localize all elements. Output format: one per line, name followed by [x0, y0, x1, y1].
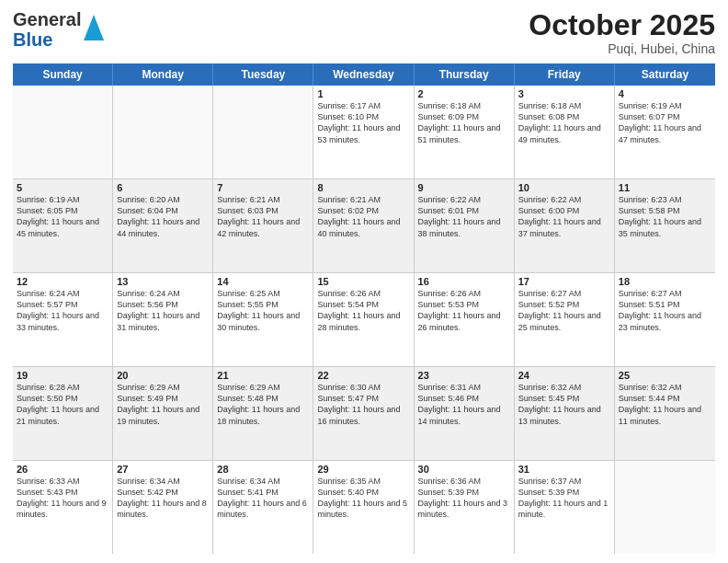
cell-info: Sunrise: 6:18 AMSunset: 6:09 PMDaylight:…	[418, 100, 510, 145]
logo-blue: Blue	[13, 29, 81, 50]
calendar-cell	[615, 461, 715, 554]
calendar-week-3: 12Sunrise: 6:24 AMSunset: 5:57 PMDayligh…	[13, 273, 715, 367]
calendar-cell: 26Sunrise: 6:33 AMSunset: 5:43 PMDayligh…	[13, 461, 113, 554]
calendar-week-1: 1Sunrise: 6:17 AMSunset: 6:10 PMDaylight…	[13, 86, 715, 179]
day-number: 22	[317, 370, 409, 381]
calendar-cell: 13Sunrise: 6:24 AMSunset: 5:56 PMDayligh…	[113, 273, 213, 366]
day-number: 18	[619, 276, 711, 287]
calendar-week-2: 5Sunrise: 6:19 AMSunset: 6:05 PMDaylight…	[13, 179, 715, 273]
day-number: 11	[619, 182, 711, 193]
cell-info: Sunrise: 6:29 AMSunset: 5:49 PMDaylight:…	[117, 382, 209, 427]
calendar-body: 1Sunrise: 6:17 AMSunset: 6:10 PMDaylight…	[13, 86, 715, 554]
calendar-cell: 30Sunrise: 6:36 AMSunset: 5:39 PMDayligh…	[415, 461, 515, 554]
day-number: 23	[418, 370, 510, 381]
cell-info: Sunrise: 6:26 AMSunset: 5:53 PMDaylight:…	[418, 288, 510, 333]
cell-info: Sunrise: 6:18 AMSunset: 6:08 PMDaylight:…	[518, 100, 610, 145]
day-number: 24	[518, 370, 610, 381]
day-number: 6	[117, 182, 209, 193]
day-number: 7	[217, 182, 309, 193]
calendar-cell	[13, 86, 113, 178]
day-number: 8	[317, 182, 409, 193]
calendar-cell: 1Sunrise: 6:17 AMSunset: 6:10 PMDaylight…	[313, 86, 414, 178]
calendar-cell: 22Sunrise: 6:30 AMSunset: 5:47 PMDayligh…	[313, 367, 414, 460]
calendar-cell: 15Sunrise: 6:26 AMSunset: 5:54 PMDayligh…	[313, 273, 414, 366]
calendar-cell: 14Sunrise: 6:25 AMSunset: 5:55 PMDayligh…	[213, 273, 313, 366]
day-number: 1	[317, 88, 409, 99]
calendar: SundayMondayTuesdayWednesdayThursdayFrid…	[13, 63, 715, 554]
cell-info: Sunrise: 6:25 AMSunset: 5:55 PMDaylight:…	[217, 288, 309, 333]
day-number: 5	[17, 182, 108, 193]
header-day-tuesday: Tuesday	[213, 63, 313, 86]
calendar-header-row: SundayMondayTuesdayWednesdayThursdayFrid…	[13, 63, 715, 86]
calendar-cell: 6Sunrise: 6:20 AMSunset: 6:04 PMDaylight…	[113, 179, 213, 272]
cell-info: Sunrise: 6:19 AMSunset: 6:05 PMDaylight:…	[17, 194, 108, 239]
month-title: October 2025	[529, 9, 715, 41]
cell-info: Sunrise: 6:34 AMSunset: 5:41 PMDaylight:…	[217, 476, 309, 521]
day-number: 4	[619, 88, 711, 99]
calendar-cell: 2Sunrise: 6:18 AMSunset: 6:09 PMDaylight…	[415, 86, 515, 178]
cell-info: Sunrise: 6:24 AMSunset: 5:57 PMDaylight:…	[17, 288, 108, 333]
cell-info: Sunrise: 6:20 AMSunset: 6:04 PMDaylight:…	[117, 194, 209, 239]
cell-info: Sunrise: 6:22 AMSunset: 6:00 PMDaylight:…	[518, 194, 610, 239]
day-number: 29	[317, 464, 409, 475]
title-block: October 2025 Puqi, Hubei, China	[529, 9, 715, 56]
calendar-cell: 5Sunrise: 6:19 AMSunset: 6:05 PMDaylight…	[13, 179, 113, 272]
day-number: 31	[518, 464, 610, 475]
day-number: 28	[217, 464, 309, 475]
header: General Blue October 2025 Puqi, Hubei, C…	[13, 9, 715, 56]
calendar-cell	[213, 86, 313, 178]
day-number: 14	[217, 276, 309, 287]
cell-info: Sunrise: 6:21 AMSunset: 6:02 PMDaylight:…	[317, 194, 409, 239]
page-container: General Blue October 2025 Puqi, Hubei, C…	[0, 0, 728, 563]
day-number: 16	[418, 276, 510, 287]
calendar-cell: 10Sunrise: 6:22 AMSunset: 6:00 PMDayligh…	[515, 179, 615, 272]
calendar-cell: 16Sunrise: 6:26 AMSunset: 5:53 PMDayligh…	[415, 273, 515, 366]
calendar-cell: 31Sunrise: 6:37 AMSunset: 5:39 PMDayligh…	[515, 461, 615, 554]
calendar-cell: 25Sunrise: 6:32 AMSunset: 5:44 PMDayligh…	[615, 367, 715, 460]
cell-info: Sunrise: 6:36 AMSunset: 5:39 PMDaylight:…	[418, 476, 510, 521]
cell-info: Sunrise: 6:19 AMSunset: 6:07 PMDaylight:…	[619, 100, 711, 145]
calendar-week-5: 26Sunrise: 6:33 AMSunset: 5:43 PMDayligh…	[13, 461, 715, 554]
cell-info: Sunrise: 6:23 AMSunset: 5:58 PMDaylight:…	[619, 194, 711, 239]
logo-general: General	[13, 9, 81, 29]
cell-info: Sunrise: 6:37 AMSunset: 5:39 PMDaylight:…	[518, 476, 610, 521]
day-number: 25	[619, 370, 711, 381]
calendar-cell: 27Sunrise: 6:34 AMSunset: 5:42 PMDayligh…	[113, 461, 213, 554]
header-day-monday: Monday	[113, 63, 213, 86]
cell-info: Sunrise: 6:26 AMSunset: 5:54 PMDaylight:…	[317, 288, 409, 333]
day-number: 26	[17, 464, 108, 475]
day-number: 21	[217, 370, 309, 381]
logo: General Blue	[13, 9, 104, 50]
cell-info: Sunrise: 6:28 AMSunset: 5:50 PMDaylight:…	[17, 382, 108, 427]
cell-info: Sunrise: 6:22 AMSunset: 6:01 PMDaylight:…	[418, 194, 510, 239]
day-number: 3	[518, 88, 610, 99]
header-day-thursday: Thursday	[415, 63, 515, 86]
cell-info: Sunrise: 6:34 AMSunset: 5:42 PMDaylight:…	[117, 476, 209, 521]
day-number: 17	[518, 276, 610, 287]
day-number: 30	[418, 464, 510, 475]
calendar-cell: 18Sunrise: 6:27 AMSunset: 5:51 PMDayligh…	[615, 273, 715, 366]
calendar-cell: 19Sunrise: 6:28 AMSunset: 5:50 PMDayligh…	[13, 367, 113, 460]
logo-triangle-icon	[84, 15, 104, 40]
day-number: 27	[117, 464, 209, 475]
cell-info: Sunrise: 6:21 AMSunset: 6:03 PMDaylight:…	[217, 194, 309, 239]
cell-info: Sunrise: 6:31 AMSunset: 5:46 PMDaylight:…	[418, 382, 510, 427]
cell-info: Sunrise: 6:27 AMSunset: 5:51 PMDaylight:…	[619, 288, 711, 333]
day-number: 13	[117, 276, 209, 287]
cell-info: Sunrise: 6:30 AMSunset: 5:47 PMDaylight:…	[317, 382, 409, 427]
cell-info: Sunrise: 6:27 AMSunset: 5:52 PMDaylight:…	[518, 288, 610, 333]
calendar-cell: 8Sunrise: 6:21 AMSunset: 6:02 PMDaylight…	[313, 179, 414, 272]
calendar-cell: 4Sunrise: 6:19 AMSunset: 6:07 PMDaylight…	[615, 86, 715, 178]
calendar-cell: 20Sunrise: 6:29 AMSunset: 5:49 PMDayligh…	[113, 367, 213, 460]
calendar-cell: 21Sunrise: 6:29 AMSunset: 5:48 PMDayligh…	[213, 367, 313, 460]
calendar-cell: 11Sunrise: 6:23 AMSunset: 5:58 PMDayligh…	[615, 179, 715, 272]
calendar-cell: 9Sunrise: 6:22 AMSunset: 6:01 PMDaylight…	[415, 179, 515, 272]
calendar-cell: 7Sunrise: 6:21 AMSunset: 6:03 PMDaylight…	[213, 179, 313, 272]
calendar-cell: 28Sunrise: 6:34 AMSunset: 5:41 PMDayligh…	[213, 461, 313, 554]
day-number: 9	[418, 182, 510, 193]
day-number: 20	[117, 370, 209, 381]
calendar-cell	[113, 86, 213, 178]
header-day-saturday: Saturday	[615, 63, 715, 86]
calendar-week-4: 19Sunrise: 6:28 AMSunset: 5:50 PMDayligh…	[13, 367, 715, 461]
day-number: 2	[418, 88, 510, 99]
